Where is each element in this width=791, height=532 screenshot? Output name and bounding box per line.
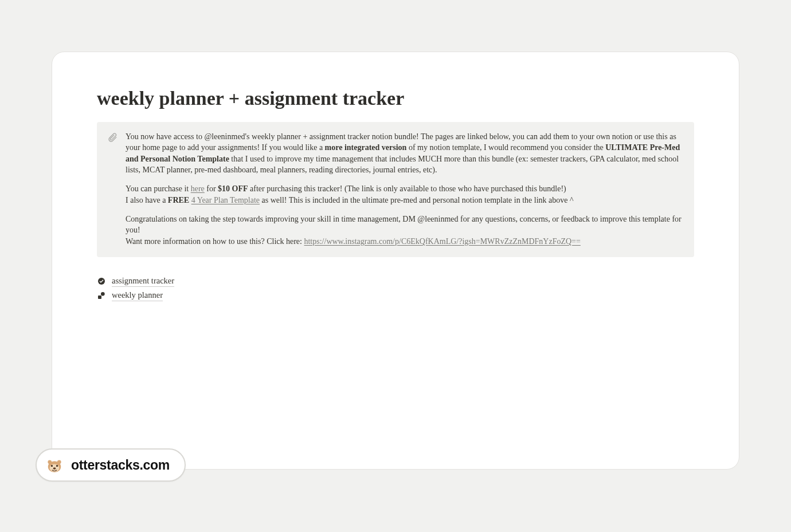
paperclip-icon [107, 132, 118, 143]
watermark-text: otterstacks.com [71, 458, 170, 473]
svg-point-8 [56, 465, 58, 467]
callout-paragraph-4: Congratulations on taking the step towar… [126, 214, 684, 236]
callout-block: You now have access to @leeninmed's week… [97, 122, 694, 257]
svg-point-7 [51, 465, 53, 467]
page-link-label: weekly planner [112, 290, 163, 301]
svg-point-6 [57, 460, 61, 464]
svg-point-5 [48, 460, 52, 464]
text-strong: FREE [168, 196, 189, 204]
svg-point-2 [101, 292, 105, 296]
callout-paragraph-2: You can purchase it here for $10 OFF aft… [126, 183, 684, 194]
text-strong: more integrated version [325, 143, 407, 152]
svg-rect-1 [98, 295, 101, 299]
shapes-icon [97, 291, 106, 300]
callout-body: You now have access to @leeninmed's week… [126, 131, 684, 247]
page-card: weekly planner + assignment tracker You … [52, 52, 739, 470]
page-link-label: assignment tracker [112, 276, 174, 287]
checkmark-badge-icon [97, 277, 106, 286]
link-here[interactable]: here [191, 184, 205, 193]
page-link-weekly-planner[interactable]: weekly planner [97, 289, 694, 303]
text: of my notion template, I would recommend… [406, 143, 605, 152]
callout-paragraph-1: You now have access to @leeninmed's week… [126, 131, 684, 175]
text: after purchasing this tracker! (The link… [248, 184, 566, 193]
text: as well! This is included in the ultimat… [260, 196, 574, 204]
text-strong: $10 OFF [218, 184, 248, 193]
link-instagram[interactable]: https://www.instagram.com/p/C6EkQfKAmLG/… [304, 237, 580, 246]
page-link-assignment-tracker[interactable]: assignment tracker [97, 274, 694, 289]
text: Want more information on how to use this… [126, 237, 304, 246]
text: You can purchase it [126, 184, 191, 193]
text: for [205, 184, 218, 193]
callout-paragraph-5: Want more information on how to use this… [126, 236, 684, 247]
watermark-pill[interactable]: otterstacks.com [36, 448, 186, 482]
page-links: assignment tracker weekly planner [97, 274, 694, 303]
page-content: weekly planner + assignment tracker You … [52, 52, 739, 326]
callout-paragraph-3: I also have a FREE 4 Year Plan Template … [126, 195, 684, 206]
otter-icon [46, 456, 63, 474]
link-4-year-plan[interactable]: 4 Year Plan Template [191, 196, 260, 204]
text: I also have a [126, 196, 168, 204]
page-title: weekly planner + assignment tracker [97, 88, 694, 109]
svg-point-9 [53, 467, 56, 470]
